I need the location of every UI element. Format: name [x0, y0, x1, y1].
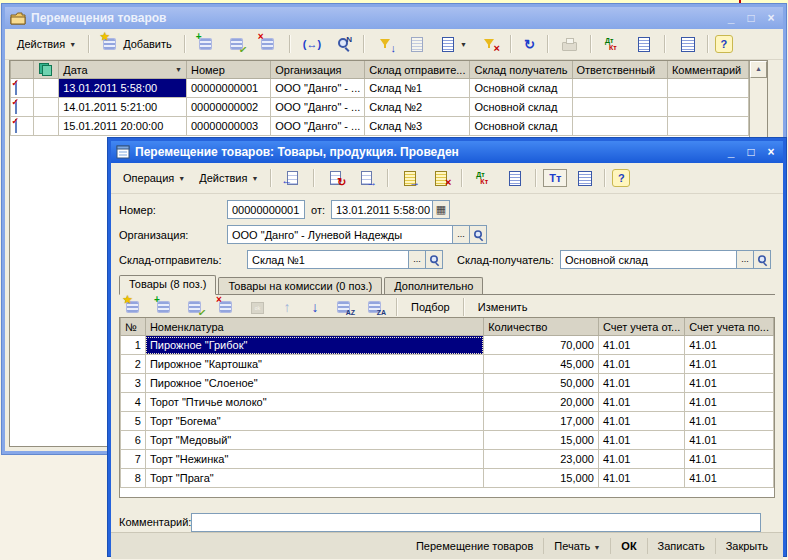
cell-acc-to[interactable]: 41.01 — [685, 450, 774, 469]
cell-acc-to[interactable]: 41.01 — [685, 374, 774, 393]
post-button[interactable]: → — [352, 167, 381, 189]
cell-n[interactable]: 4 — [121, 393, 146, 412]
filter-by-value-button[interactable]: ▼ — [433, 33, 473, 55]
save-button[interactable]: Записать — [651, 537, 712, 555]
operation-menu-button[interactable]: Операция ▼ — [117, 169, 191, 187]
table-row[interactable]: 13.01.2011 5:58:00 00000000001 ООО "Данг… — [11, 79, 749, 98]
organization-choose-button[interactable]: ... — [453, 225, 470, 244]
move-up-button[interactable]: ↑ — [274, 296, 300, 318]
close-icon[interactable]: × — [764, 145, 778, 159]
cell-acc-to[interactable]: 41.01 — [685, 412, 774, 431]
cell-quantity[interactable]: 15,000 — [484, 469, 599, 488]
item-row[interactable]: 6 Торт "Медовый" 15,000 41.01 41.01 — [121, 431, 774, 450]
cell-responsible[interactable] — [572, 79, 667, 98]
header-wh-from[interactable]: Склад отправите... — [365, 61, 470, 79]
cell-n[interactable]: 2 — [121, 355, 146, 374]
tab-commission-goods[interactable]: Товары на комиссии (0 поз.) — [218, 277, 382, 294]
pick-button[interactable]: Подбор — [404, 298, 457, 316]
cell-n[interactable]: 7 — [121, 450, 146, 469]
print-button[interactable] — [555, 33, 584, 55]
tab-additional[interactable]: Дополнительно — [384, 277, 483, 294]
cell-acc-from[interactable]: 41.01 — [598, 469, 684, 488]
cell-acc-from[interactable]: 41.01 — [598, 412, 684, 431]
cell-number[interactable]: 00000000001 — [186, 79, 270, 98]
cell-nomenclature[interactable]: Пирожное "Грибок" — [145, 336, 483, 355]
cell-quantity[interactable]: 70,000 — [484, 336, 599, 355]
close-icon[interactable]: × — [764, 11, 778, 25]
cell-date[interactable]: 13.01.2011 5:58:00 — [59, 79, 187, 98]
print-menu-button[interactable]: Печать ▼ — [547, 537, 607, 555]
header-status[interactable] — [11, 61, 34, 79]
warehouse-to-open-button[interactable] — [754, 250, 771, 269]
cell-date[interactable]: 14.01.2011 5:21:00 — [59, 98, 187, 117]
cell-acc-to[interactable]: 41.01 — [685, 393, 774, 412]
goods-movements-titlebar[interactable]: Перемещения товаров _ □ × — [5, 7, 783, 29]
item-row[interactable]: 7 Торт "Нежинка" 23,000 41.01 41.01 — [121, 450, 774, 469]
cell-picture[interactable] — [33, 79, 58, 98]
cell-comment[interactable] — [667, 79, 748, 98]
unpost-button[interactable]: × — [426, 167, 455, 189]
scroll-up-icon[interactable]: ▲ — [750, 61, 767, 78]
dtkt-button[interactable]: ДтКт — [598, 33, 627, 55]
item-row[interactable]: 1 Пирожное "Грибок" 70,000 41.01 41.01 — [121, 336, 774, 355]
cell-responsible[interactable] — [572, 98, 667, 117]
cell-n[interactable]: 1 — [121, 336, 146, 355]
sort-asc-button[interactable]: AZ — [330, 296, 359, 318]
warehouse-to-choose-button[interactable]: ... — [737, 250, 754, 269]
cell-acc-to[interactable]: 41.01 — [685, 336, 774, 355]
header-responsible[interactable]: Ответственный — [572, 61, 667, 79]
header-acc-to[interactable]: Счет учета по... — [685, 318, 774, 336]
cell-n[interactable]: 8 — [121, 469, 146, 488]
header-picture[interactable]: ▼ — [33, 61, 58, 79]
cell-number[interactable]: 00000000003 — [186, 117, 270, 136]
cell-comment[interactable] — [667, 117, 748, 136]
cell-quantity[interactable]: 50,000 — [484, 374, 599, 393]
cell-acc-to[interactable]: 41.01 — [685, 355, 774, 374]
cell-nomenclature[interactable]: Пирожное "Картошка" — [145, 355, 483, 374]
header-org[interactable]: Организация — [271, 61, 365, 79]
cell-nomenclature[interactable]: Пирожное "Слоеное" — [145, 374, 483, 393]
cell-acc-to[interactable]: 41.01 — [685, 431, 774, 450]
copy-to-journal-button[interactable]: → — [395, 167, 424, 189]
header-quantity[interactable]: Количество — [484, 318, 599, 336]
cell-wh-from[interactable]: Склад №2 — [365, 98, 470, 117]
cell-acc-from[interactable]: 41.01 — [598, 355, 684, 374]
ok-button[interactable]: ОК — [614, 537, 643, 555]
add-button[interactable]: ★ Добавить — [96, 33, 178, 55]
open-filtered-button[interactable] — [402, 33, 431, 55]
table-row[interactable]: 14.01.2011 5:21:00 00000000002 ООО "Данг… — [11, 98, 749, 117]
cell-responsible[interactable] — [572, 117, 667, 136]
cell-status[interactable] — [11, 117, 34, 136]
header-number[interactable]: Номер — [186, 61, 270, 79]
cell-wh-to[interactable]: Основной склад — [470, 117, 572, 136]
cell-acc-from[interactable]: 41.01 — [598, 393, 684, 412]
cell-org[interactable]: ООО "Данго" - ... — [271, 79, 365, 98]
sort-desc-button[interactable]: ZA — [361, 296, 390, 318]
help-button[interactable]: ? — [715, 35, 733, 53]
number-field[interactable]: 00000000001 — [227, 200, 305, 219]
delete-button[interactable]: × — [254, 33, 283, 55]
minimize-icon[interactable]: _ — [724, 145, 738, 159]
item-row[interactable]: 3 Пирожное "Слоеное" 50,000 41.01 41.01 — [121, 374, 774, 393]
warehouse-from-open-button[interactable] — [426, 250, 443, 269]
actions-menu-button[interactable]: Действия ▼ — [11, 35, 82, 53]
previous-doc-button[interactable]: ← — [278, 167, 307, 189]
doc-titlebar[interactable]: Перемещение товаров: Товары, продукция. … — [111, 141, 783, 163]
dtkt-button[interactable]: ДтКт — [469, 167, 498, 189]
cell-nomenclature[interactable]: Торот "Птичье молоко" — [145, 393, 483, 412]
fit-width-button[interactable]: (↔) — [297, 35, 327, 53]
cell-date[interactable]: 15.01.2011 20:00:00 — [59, 117, 187, 136]
find-by-number-button[interactable]: N — [329, 33, 357, 55]
edit-button[interactable]: ✓ — [223, 33, 252, 55]
cell-quantity[interactable]: 23,000 — [484, 450, 599, 469]
tab-goods[interactable]: Товары (8 поз.) — [119, 275, 216, 295]
structure-toggle-button[interactable]: Тт — [543, 169, 567, 187]
cell-n[interactable]: 3 — [121, 374, 146, 393]
change-button[interactable]: Изменить — [471, 298, 535, 316]
cell-nomenclature[interactable]: Торт "Богема" — [145, 412, 483, 431]
close-button[interactable]: Закрыть — [719, 537, 775, 555]
cell-status[interactable] — [11, 79, 34, 98]
cell-org[interactable]: ООО "Данго" - ... — [271, 98, 365, 117]
copy-button[interactable]: + — [192, 33, 221, 55]
cell-org[interactable]: ООО "Данго" - ... — [271, 117, 365, 136]
